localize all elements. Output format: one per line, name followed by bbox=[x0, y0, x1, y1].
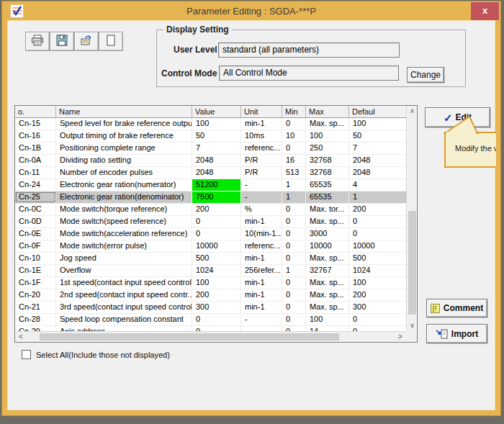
save-button[interactable] bbox=[50, 32, 74, 51]
param-default: 1024 bbox=[349, 265, 406, 276]
param-no: Cn-1F bbox=[15, 277, 56, 289]
column-header-value[interactable]: Value bbox=[192, 106, 241, 117]
table-row[interactable]: Cn-0C Mode switch(torque reference) 200 … bbox=[15, 204, 406, 216]
import-button[interactable]: Import bbox=[426, 324, 487, 343]
param-no: Cn-0C bbox=[15, 204, 56, 215]
display-setting-legend: Display Setting bbox=[163, 24, 232, 35]
export-button[interactable] bbox=[74, 32, 99, 51]
param-unit: min-1 bbox=[241, 118, 282, 130]
close-button[interactable]: x bbox=[471, 2, 499, 20]
scroll-down-icon[interactable]: ∨ bbox=[407, 320, 418, 331]
param-name: Overflow bbox=[56, 265, 192, 276]
param-name: Mode switch(speed reference) bbox=[56, 216, 192, 227]
scroll-up-icon[interactable]: ∧ bbox=[407, 106, 418, 117]
print-button[interactable] bbox=[25, 32, 50, 51]
save-icon bbox=[56, 35, 68, 49]
select-all-row: Select All(Include those not displayed) bbox=[22, 350, 170, 359]
table-row[interactable]: Cn-28 Speed loop compensation constant 0… bbox=[15, 314, 406, 326]
param-value: 300 bbox=[192, 302, 241, 313]
scroll-left-icon[interactable]: < bbox=[15, 332, 27, 342]
param-no: Cn-15 bbox=[15, 118, 56, 130]
param-value: 200 bbox=[192, 289, 241, 301]
scrollbar-corner bbox=[406, 331, 417, 342]
param-default: 200 bbox=[349, 204, 406, 215]
import-button-label: Import bbox=[451, 329, 478, 339]
param-no: Cn-20 bbox=[15, 289, 56, 301]
table-row[interactable]: Cn-11 Number of encoder pulses 2048 P/R … bbox=[15, 167, 406, 179]
param-max: Max. sp... bbox=[306, 253, 349, 264]
param-default: 7 bbox=[349, 143, 406, 154]
table-row[interactable]: Cn-25 Electronic gear ration(denominator… bbox=[15, 191, 406, 204]
param-no: Cn-24 bbox=[15, 179, 56, 191]
column-header-name[interactable]: Name bbox=[56, 106, 192, 117]
param-min: 0 bbox=[282, 289, 306, 301]
table-row[interactable]: Cn-16 Output timing of brake reference 5… bbox=[15, 130, 406, 143]
param-max: 32767 bbox=[306, 265, 349, 276]
param-no: Cn-0A bbox=[15, 155, 56, 166]
param-name: Axis address bbox=[56, 326, 192, 331]
user-level-field[interactable]: standard (all parameters) bbox=[218, 42, 400, 58]
param-max: Max. sp... bbox=[306, 277, 349, 289]
table-row[interactable]: Cn-0E Mode switch(acceleration reference… bbox=[15, 228, 406, 240]
param-max: Max. sp... bbox=[306, 216, 349, 227]
column-header-max[interactable]: Max bbox=[306, 106, 349, 117]
titlebar[interactable]: Parameter Editing : SGDA-***P x bbox=[2, 1, 500, 21]
param-min: 0 bbox=[282, 253, 306, 264]
select-all-checkbox[interactable] bbox=[22, 350, 31, 359]
param-max: 32768 bbox=[306, 155, 349, 166]
table-row[interactable]: Cn-0D Mode switch(speed reference) 0 min… bbox=[15, 216, 406, 228]
param-unit: - bbox=[241, 326, 282, 331]
param-name: Dividing ratio setting bbox=[56, 155, 192, 166]
scroll-right-icon[interactable]: > bbox=[395, 332, 406, 342]
horizontal-scroll-thumb[interactable] bbox=[40, 333, 339, 340]
table-row[interactable]: Cn-1B Positioning complete range 7 refer… bbox=[15, 143, 406, 155]
table-row[interactable]: Cn-21 3rd speed(contact input speed cont… bbox=[15, 302, 406, 314]
horizontal-scrollbar[interactable]: < > bbox=[15, 331, 406, 342]
param-unit: referenc... bbox=[241, 240, 282, 252]
table-row[interactable]: Cn-24 Electronic gear ration(numerator) … bbox=[15, 179, 406, 191]
param-name: Speed loop compensation constant bbox=[56, 314, 192, 325]
param-default: 4 bbox=[349, 179, 406, 191]
param-name: 1st speed(contact input speed control) bbox=[56, 277, 192, 289]
table-row[interactable]: Cn-0A Dividing ratio setting 2048 P/R 16… bbox=[15, 155, 406, 167]
param-max: Max. sp... bbox=[306, 118, 349, 130]
control-mode-field[interactable]: All Control Mode bbox=[219, 66, 399, 81]
new-file-button[interactable] bbox=[99, 32, 123, 51]
change-button[interactable]: Change bbox=[407, 67, 444, 83]
check-document-icon bbox=[10, 4, 24, 18]
column-header-min[interactable]: Min bbox=[282, 106, 306, 117]
table-row[interactable]: Cn-1F 1st speed(contact input speed cont… bbox=[15, 277, 406, 289]
param-max: 65535 bbox=[306, 191, 349, 203]
vertical-scrollbar[interactable]: ∧ ∨ bbox=[406, 106, 417, 331]
param-value: 7500 bbox=[192, 191, 241, 203]
param-max: 3000 bbox=[306, 228, 349, 240]
column-header-default[interactable]: Defaul bbox=[349, 106, 406, 117]
comment-button[interactable]: Comment bbox=[426, 299, 487, 317]
user-level-label: User Level bbox=[174, 45, 217, 55]
tooltip-pointer bbox=[444, 116, 487, 137]
param-value: 100 bbox=[192, 118, 241, 130]
table-row[interactable]: Cn-15 Speed level for brake reference ou… bbox=[15, 118, 406, 130]
comment-button-label: Comment bbox=[444, 303, 483, 313]
param-max: 100 bbox=[306, 130, 349, 142]
param-max: 14 bbox=[306, 326, 349, 331]
param-unit: - bbox=[241, 314, 282, 325]
param-value: 7 bbox=[192, 143, 241, 154]
param-unit: min-1 bbox=[241, 277, 282, 289]
param-name: Mode switch(torque reference) bbox=[56, 204, 192, 215]
printer-icon bbox=[31, 35, 44, 49]
param-unit: 256refer... bbox=[241, 265, 282, 276]
table-row[interactable]: Cn-10 Jog speed 500 min-1 0 Max. sp... 5… bbox=[15, 253, 406, 265]
param-min: 0 bbox=[282, 228, 306, 240]
table-row[interactable]: Cn-0F Mode switch(error pulse) 10000 ref… bbox=[15, 240, 406, 253]
table-row[interactable]: Cn-20 2nd speed(contact input speed cont… bbox=[15, 289, 406, 302]
param-value: 0 bbox=[192, 326, 241, 331]
column-header-no[interactable]: o. bbox=[15, 106, 56, 117]
vertical-scroll-thumb[interactable] bbox=[408, 211, 416, 315]
table-row[interactable]: Cn-29 Axis address 0 - 0 14 0 bbox=[15, 326, 406, 331]
column-header-unit[interactable]: Unit bbox=[241, 106, 282, 117]
param-name: Positioning complete range bbox=[56, 143, 192, 154]
param-max: 10000 bbox=[306, 240, 349, 252]
param-min: 513 bbox=[282, 167, 306, 179]
table-row[interactable]: Cn-1E Overflow 1024 256refer... 1 32767 … bbox=[15, 265, 406, 277]
